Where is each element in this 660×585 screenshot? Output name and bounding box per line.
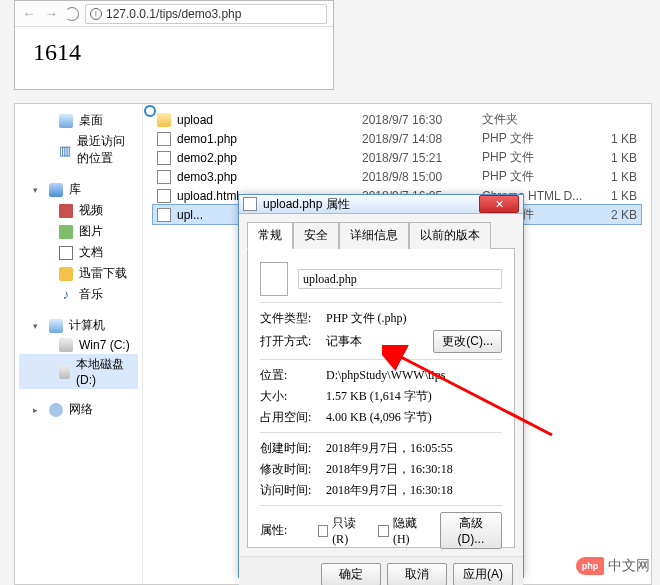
- sidebar-item-computer[interactable]: ▾计算机: [19, 315, 138, 336]
- file-size: 1 KB: [597, 189, 637, 203]
- file-icon: [157, 170, 171, 184]
- sidebar-item-video[interactable]: 视频: [19, 200, 138, 221]
- page-content: 1614: [15, 27, 333, 78]
- cancel-button[interactable]: 取消: [387, 563, 447, 585]
- label-location: 位置:: [260, 367, 326, 384]
- file-type: 文件夹: [482, 111, 597, 128]
- chevron-down-icon[interactable]: ▾: [33, 321, 43, 331]
- file-type: PHP 文件: [482, 149, 597, 166]
- disk-icon: [59, 338, 73, 352]
- file-date: 2018/9/7 15:21: [362, 151, 482, 165]
- music-icon: ♪: [59, 288, 73, 302]
- label-modified: 修改时间:: [260, 461, 326, 478]
- watermark-logo: php 中文网: [576, 557, 650, 575]
- value-location: D:\phpStudy\WWW\tips: [326, 368, 502, 383]
- file-date: 2018/9/7 16:30: [362, 113, 482, 127]
- file-size: 2 KB: [597, 208, 637, 222]
- file-row[interactable]: demo2.php2018/9/7 15:21PHP 文件1 KB: [153, 148, 641, 167]
- label-attributes: 属性:: [260, 522, 318, 539]
- sidebar-item-disk-c[interactable]: Win7 (C:): [19, 336, 138, 354]
- tab-general[interactable]: 常规: [247, 222, 293, 249]
- file-name: upl...: [177, 208, 203, 222]
- value-modified: 2018年9月7日，16:30:18: [326, 461, 502, 478]
- forward-button[interactable]: →: [43, 6, 59, 22]
- logo-text: 中文网: [608, 557, 650, 575]
- sidebar-item-library[interactable]: ▾库: [19, 179, 138, 200]
- file-name: upload: [177, 113, 213, 127]
- file-name: demo1.php: [177, 132, 237, 146]
- tab-previous[interactable]: 以前的版本: [409, 222, 491, 249]
- sidebar-item-desktop[interactable]: 桌面: [19, 110, 138, 131]
- picture-icon: [59, 225, 73, 239]
- value-filetype: PHP 文件 (.php): [326, 310, 502, 327]
- desktop-icon: [59, 114, 73, 128]
- advanced-button[interactable]: 高级(D)...: [440, 512, 502, 549]
- url-text: 127.0.0.1/tips/demo3.php: [106, 7, 241, 21]
- sidebar-item-downloads[interactable]: 迅雷下载: [19, 263, 138, 284]
- properties-dialog: upload.php 属性 ✕ 常规 安全 详细信息 以前的版本 文件类型:PH…: [238, 194, 524, 578]
- file-type: PHP 文件: [482, 168, 597, 185]
- file-type: PHP 文件: [482, 130, 597, 147]
- reload-button[interactable]: [65, 7, 79, 21]
- computer-icon: [49, 319, 63, 333]
- value-openwith: 记事本: [326, 333, 433, 350]
- file-icon: [157, 208, 171, 222]
- back-button[interactable]: ←: [21, 6, 37, 22]
- info-icon[interactable]: i: [90, 8, 102, 20]
- chevron-down-icon[interactable]: ▾: [33, 185, 43, 195]
- close-button[interactable]: ✕: [479, 195, 519, 213]
- sidebar-item-disk-d[interactable]: 本地磁盘 (D:): [19, 354, 138, 389]
- value-created: 2018年9月7日，16:05:55: [326, 440, 502, 457]
- dialog-body: 常规 安全 详细信息 以前的版本 文件类型:PHP 文件 (.php) 打开方式…: [239, 214, 523, 556]
- network-icon: [49, 403, 63, 417]
- hidden-checkbox[interactable]: 隐藏(H): [378, 515, 427, 547]
- value-size: 1.57 KB (1,614 字节): [326, 388, 502, 405]
- tab-content: 文件类型:PHP 文件 (.php) 打开方式:记事本更改(C)... 位置:D…: [247, 248, 515, 548]
- file-icon: [157, 132, 171, 146]
- sidebar-item-pictures[interactable]: 图片: [19, 221, 138, 242]
- sidebar-item-recent[interactable]: ▥最近访问的位置: [19, 131, 138, 169]
- chevron-right-icon[interactable]: ▸: [33, 405, 43, 415]
- browser-window: ← → i 127.0.0.1/tips/demo3.php 1614: [14, 0, 334, 90]
- file-name: demo2.php: [177, 151, 237, 165]
- library-icon: [49, 183, 63, 197]
- label-openwith: 打开方式:: [260, 333, 326, 350]
- file-row[interactable]: demo1.php2018/9/7 14:08PHP 文件1 KB: [153, 129, 641, 148]
- logo-badge: php: [576, 557, 604, 575]
- sidebar-item-music[interactable]: ♪音乐: [19, 284, 138, 305]
- address-bar[interactable]: i 127.0.0.1/tips/demo3.php: [85, 4, 327, 24]
- ok-button[interactable]: 确定: [321, 563, 381, 585]
- dialog-footer: 确定 取消 应用(A): [239, 556, 523, 585]
- label-created: 创建时间:: [260, 440, 326, 457]
- label-size: 大小:: [260, 388, 326, 405]
- file-size: 1 KB: [597, 151, 637, 165]
- file-date: 2018/9/8 15:00: [362, 170, 482, 184]
- sidebar-item-documents[interactable]: 文档: [19, 242, 138, 263]
- value-accessed: 2018年9月7日，16:30:18: [326, 482, 502, 499]
- file-icon: [157, 151, 171, 165]
- video-icon: [59, 204, 73, 218]
- label-filetype: 文件类型:: [260, 310, 326, 327]
- tab-strip: 常规 安全 详细信息 以前的版本: [247, 222, 515, 249]
- tab-details[interactable]: 详细信息: [339, 222, 409, 249]
- file-name: upload.html: [177, 189, 239, 203]
- file-icon: [157, 113, 171, 127]
- dialog-title: upload.php 属性: [263, 196, 479, 213]
- label-sizedisk: 占用空间:: [260, 409, 326, 426]
- file-row[interactable]: upload2018/9/7 16:30文件夹: [153, 110, 641, 129]
- file-type-icon: [260, 262, 288, 296]
- disk-icon: [59, 365, 70, 379]
- sidebar-item-network[interactable]: ▸网络: [19, 399, 138, 420]
- tab-security[interactable]: 安全: [293, 222, 339, 249]
- file-size: 1 KB: [597, 132, 637, 146]
- value-sizedisk: 4.00 KB (4,096 字节): [326, 409, 502, 426]
- dialog-titlebar[interactable]: upload.php 属性 ✕: [239, 195, 523, 214]
- file-row[interactable]: demo3.php2018/9/8 15:00PHP 文件1 KB: [153, 167, 641, 186]
- download-icon: [59, 267, 73, 281]
- readonly-checkbox[interactable]: 只读(R): [318, 515, 367, 547]
- filename-input[interactable]: [298, 269, 502, 289]
- label-accessed: 访问时间:: [260, 482, 326, 499]
- change-button[interactable]: 更改(C)...: [433, 330, 502, 353]
- apply-button[interactable]: 应用(A): [453, 563, 513, 585]
- file-icon: [157, 189, 171, 203]
